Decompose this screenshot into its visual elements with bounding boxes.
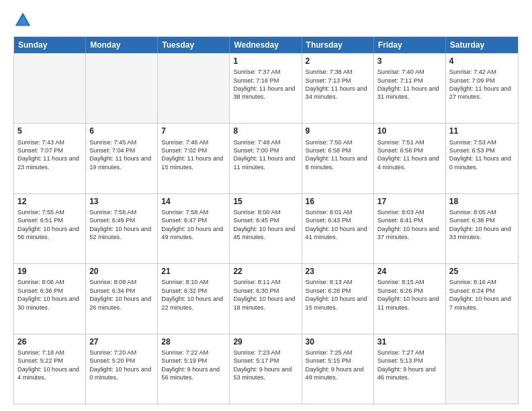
day-number: 21 bbox=[161, 266, 226, 277]
day-number: 22 bbox=[233, 266, 298, 277]
day-cell-28: 28Sunrise: 7:22 AMSunset: 5:19 PMDayligh… bbox=[158, 334, 230, 404]
day-number: 6 bbox=[89, 126, 154, 136]
day-number: 25 bbox=[449, 266, 515, 277]
day-info: Sunrise: 8:16 AMSunset: 6:24 PMDaylight:… bbox=[449, 278, 515, 312]
header bbox=[13, 11, 519, 30]
day-cell-11: 11Sunrise: 7:53 AMSunset: 6:53 PMDayligh… bbox=[446, 124, 518, 193]
day-cell-25: 25Sunrise: 8:16 AMSunset: 6:24 PMDayligh… bbox=[446, 264, 518, 333]
day-number: 29 bbox=[233, 336, 298, 347]
day-number: 7 bbox=[161, 126, 226, 136]
day-number: 9 bbox=[306, 126, 370, 136]
day-cell-12: 12Sunrise: 7:55 AMSunset: 6:51 PMDayligh… bbox=[14, 194, 86, 263]
calendar: SundayMondayTuesdayWednesdayThursdayFrid… bbox=[13, 36, 519, 404]
day-info: Sunrise: 7:55 AMSunset: 6:51 PMDaylight:… bbox=[17, 208, 82, 242]
calendar-week-3: 12Sunrise: 7:55 AMSunset: 6:51 PMDayligh… bbox=[14, 193, 518, 263]
header-day-monday: Monday bbox=[86, 37, 158, 53]
logo-icon bbox=[13, 11, 32, 30]
day-number: 13 bbox=[89, 196, 154, 207]
day-info: Sunrise: 7:51 AMSunset: 6:56 PMDaylight:… bbox=[378, 138, 442, 172]
calendar-week-4: 19Sunrise: 8:06 AMSunset: 6:36 PMDayligh… bbox=[14, 263, 518, 333]
calendar-header-row: SundayMondayTuesdayWednesdayThursdayFrid… bbox=[14, 37, 518, 53]
day-info: Sunrise: 7:46 AMSunset: 7:02 PMDaylight:… bbox=[161, 138, 226, 172]
day-cell-30: 30Sunrise: 7:25 AMSunset: 5:15 PMDayligh… bbox=[302, 334, 374, 404]
day-info: Sunrise: 7:23 AMSunset: 5:17 PMDaylight:… bbox=[233, 349, 298, 382]
day-info: Sunrise: 8:03 AMSunset: 6:41 PMDaylight:… bbox=[378, 208, 442, 242]
day-info: Sunrise: 7:18 AMSunset: 5:22 PMDaylight:… bbox=[17, 349, 82, 382]
day-info: Sunrise: 8:10 AMSunset: 6:32 PMDaylight:… bbox=[161, 278, 226, 312]
day-number: 16 bbox=[306, 196, 370, 207]
empty-cell bbox=[86, 54, 158, 123]
day-number: 12 bbox=[17, 196, 82, 207]
header-day-friday: Friday bbox=[374, 37, 446, 53]
day-info: Sunrise: 7:22 AMSunset: 5:19 PMDaylight:… bbox=[161, 349, 226, 382]
day-number: 4 bbox=[449, 56, 515, 66]
day-cell-16: 16Sunrise: 8:01 AMSunset: 6:43 PMDayligh… bbox=[302, 194, 374, 263]
day-info: Sunrise: 7:37 AMSunset: 7:16 PMDaylight:… bbox=[233, 68, 298, 101]
day-number: 5 bbox=[17, 126, 82, 136]
day-cell-5: 5Sunrise: 7:43 AMSunset: 7:07 PMDaylight… bbox=[14, 124, 86, 193]
day-number: 8 bbox=[233, 126, 298, 136]
day-info: Sunrise: 7:58 AMSunset: 6:47 PMDaylight:… bbox=[161, 208, 226, 242]
day-number: 3 bbox=[378, 56, 442, 66]
day-number: 18 bbox=[449, 196, 515, 207]
day-info: Sunrise: 7:42 AMSunset: 7:09 PMDaylight:… bbox=[449, 68, 515, 101]
day-info: Sunrise: 8:11 AMSunset: 6:30 PMDaylight:… bbox=[233, 278, 298, 312]
empty-cell bbox=[158, 54, 230, 123]
day-cell-27: 27Sunrise: 7:20 AMSunset: 5:20 PMDayligh… bbox=[86, 334, 158, 404]
day-cell-19: 19Sunrise: 8:06 AMSunset: 6:36 PMDayligh… bbox=[14, 264, 86, 333]
logo bbox=[13, 11, 35, 30]
header-day-thursday: Thursday bbox=[302, 37, 374, 53]
day-number: 28 bbox=[161, 336, 226, 347]
day-info: Sunrise: 7:45 AMSunset: 7:04 PMDaylight:… bbox=[89, 138, 154, 172]
day-number: 11 bbox=[449, 126, 515, 136]
day-number: 1 bbox=[233, 56, 298, 66]
day-info: Sunrise: 7:20 AMSunset: 5:20 PMDaylight:… bbox=[89, 349, 154, 382]
calendar-week-2: 5Sunrise: 7:43 AMSunset: 7:07 PMDaylight… bbox=[14, 123, 518, 193]
day-info: Sunrise: 8:05 AMSunset: 6:38 PMDaylight:… bbox=[449, 208, 515, 242]
day-number: 30 bbox=[306, 336, 370, 347]
empty-cell bbox=[446, 334, 518, 404]
day-cell-9: 9Sunrise: 7:50 AMSunset: 6:58 PMDaylight… bbox=[302, 124, 374, 193]
day-cell-29: 29Sunrise: 7:23 AMSunset: 5:17 PMDayligh… bbox=[230, 334, 302, 404]
day-number: 15 bbox=[233, 196, 298, 207]
day-info: Sunrise: 7:25 AMSunset: 5:15 PMDaylight:… bbox=[306, 349, 370, 382]
day-cell-8: 8Sunrise: 7:48 AMSunset: 7:00 PMDaylight… bbox=[230, 124, 302, 193]
day-info: Sunrise: 7:48 AMSunset: 7:00 PMDaylight:… bbox=[233, 138, 298, 172]
day-number: 26 bbox=[17, 336, 82, 347]
page: SundayMondayTuesdayWednesdayThursdayFrid… bbox=[0, 0, 532, 411]
day-info: Sunrise: 8:15 AMSunset: 6:26 PMDaylight:… bbox=[378, 278, 442, 312]
day-cell-26: 26Sunrise: 7:18 AMSunset: 5:22 PMDayligh… bbox=[14, 334, 86, 404]
header-day-sunday: Sunday bbox=[14, 37, 86, 53]
day-number: 2 bbox=[306, 56, 370, 66]
calendar-week-5: 26Sunrise: 7:18 AMSunset: 5:22 PMDayligh… bbox=[14, 334, 518, 404]
day-cell-1: 1Sunrise: 7:37 AMSunset: 7:16 PMDaylight… bbox=[230, 54, 302, 123]
day-cell-20: 20Sunrise: 8:08 AMSunset: 6:34 PMDayligh… bbox=[86, 264, 158, 333]
day-cell-10: 10Sunrise: 7:51 AMSunset: 6:56 PMDayligh… bbox=[374, 124, 446, 193]
day-number: 23 bbox=[306, 266, 370, 277]
day-info: Sunrise: 7:50 AMSunset: 6:58 PMDaylight:… bbox=[306, 138, 370, 172]
day-cell-22: 22Sunrise: 8:11 AMSunset: 6:30 PMDayligh… bbox=[230, 264, 302, 333]
day-info: Sunrise: 7:27 AMSunset: 5:13 PMDaylight:… bbox=[378, 349, 442, 382]
day-cell-17: 17Sunrise: 8:03 AMSunset: 6:41 PMDayligh… bbox=[374, 194, 446, 263]
day-cell-23: 23Sunrise: 8:13 AMSunset: 6:28 PMDayligh… bbox=[302, 264, 374, 333]
day-info: Sunrise: 8:01 AMSunset: 6:43 PMDaylight:… bbox=[306, 208, 370, 242]
day-info: Sunrise: 7:40 AMSunset: 7:11 PMDaylight:… bbox=[378, 68, 442, 101]
day-number: 27 bbox=[89, 336, 154, 347]
day-number: 31 bbox=[378, 336, 442, 347]
empty-cell bbox=[14, 54, 86, 123]
calendar-week-1: 1Sunrise: 7:37 AMSunset: 7:16 PMDaylight… bbox=[14, 53, 518, 123]
day-cell-21: 21Sunrise: 8:10 AMSunset: 6:32 PMDayligh… bbox=[158, 264, 230, 333]
day-cell-15: 15Sunrise: 8:00 AMSunset: 6:45 PMDayligh… bbox=[230, 194, 302, 263]
day-cell-4: 4Sunrise: 7:42 AMSunset: 7:09 PMDaylight… bbox=[446, 54, 518, 123]
day-info: Sunrise: 8:13 AMSunset: 6:28 PMDaylight:… bbox=[306, 278, 370, 312]
day-number: 17 bbox=[378, 196, 442, 207]
day-info: Sunrise: 8:00 AMSunset: 6:45 PMDaylight:… bbox=[233, 208, 298, 242]
day-cell-7: 7Sunrise: 7:46 AMSunset: 7:02 PMDaylight… bbox=[158, 124, 230, 193]
day-info: Sunrise: 8:08 AMSunset: 6:34 PMDaylight:… bbox=[89, 278, 154, 312]
day-number: 14 bbox=[161, 196, 226, 207]
day-info: Sunrise: 8:06 AMSunset: 6:36 PMDaylight:… bbox=[17, 278, 82, 312]
day-cell-18: 18Sunrise: 8:05 AMSunset: 6:38 PMDayligh… bbox=[446, 194, 518, 263]
header-day-tuesday: Tuesday bbox=[158, 37, 230, 53]
day-cell-13: 13Sunrise: 7:56 AMSunset: 6:49 PMDayligh… bbox=[86, 194, 158, 263]
day-number: 20 bbox=[89, 266, 154, 277]
